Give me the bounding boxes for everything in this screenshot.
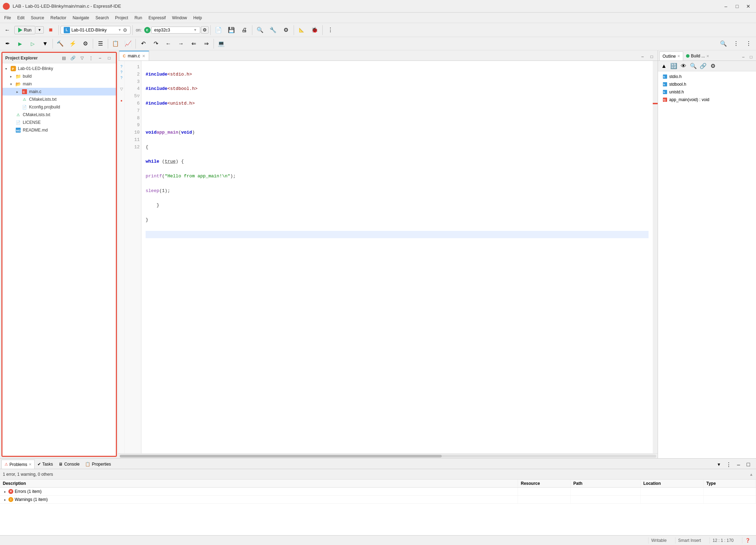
editor-bottom-scroll[interactable] [118,453,658,458]
build-tab-close[interactable]: ✕ [706,54,709,58]
menu-refactor[interactable]: Refactor [48,14,69,21]
outline-tab[interactable]: Outline ✕ [659,51,683,61]
tb2-bug[interactable]: ▷ [27,38,38,49]
tb2-view1[interactable]: 📋 [110,38,121,49]
device-settings-button[interactable]: ⚙ [201,26,209,34]
warnings-row[interactable]: ▸ ! Warnings (1 item) [0,496,756,504]
menu-source[interactable]: Source [28,14,47,21]
tb2-terminal[interactable]: 💻 [215,38,227,49]
bottom-maximize-button[interactable]: □ [744,460,752,469]
maximize-button[interactable]: □ [732,2,742,10]
link-editor-button[interactable]: 🔗 [69,54,77,62]
errors-row[interactable]: ▸ ✕ Errors (1 item) [0,488,756,496]
tb2-undo[interactable]: ↶ [137,38,149,49]
filter-button[interactable]: ▽ [78,54,86,62]
stop-button[interactable]: ■ [45,24,57,36]
warnings-expand-icon[interactable]: ▸ [3,497,7,502]
problems-menu-button[interactable]: ⋮ [724,460,733,469]
tb2-settings[interactable]: ⚙ [79,38,91,49]
menu-project[interactable]: Project [112,14,131,21]
editor-minimize-button[interactable]: ‒ [639,53,646,61]
menu-run[interactable]: Run [132,14,145,21]
menu-window[interactable]: Window [169,14,190,21]
tb2-flash[interactable]: ⚡ [67,38,79,49]
tb2-nav-back2[interactable]: ⇐ [188,38,200,49]
menu-edit[interactable]: Edit [14,14,27,21]
tb2-build[interactable]: 🔨 [54,38,66,49]
minimize-panel-button[interactable]: ‒ [96,54,104,62]
maximize-panel-button[interactable]: □ [105,54,113,62]
outline-stdio[interactable]: h stdio.h [661,73,753,80]
menu-navigate[interactable]: Navigate [70,14,92,21]
bottom-minimize-button[interactable]: ‒ [734,460,743,469]
menu-file[interactable]: File [1,14,14,21]
horizontal-scrollbar[interactable] [120,455,656,458]
device-selector[interactable]: esp32c3 ▼ [151,27,200,34]
editor-scrollbar[interactable] [653,61,658,453]
errors-expand-icon[interactable]: ▸ [3,489,7,494]
menu-help[interactable]: Help [190,14,205,21]
outline-sort-btn[interactable]: 🔡 [669,62,678,71]
code-editor[interactable]: #include <stdio.h> #include <stdbool.h> … [141,61,653,453]
problems-tab-close[interactable]: ✕ [29,462,31,466]
tree-readme[interactable]: MD README.md [2,126,116,134]
tb2-more1[interactable]: ⋮ [730,38,742,49]
collapse-all-button[interactable]: ▤ [60,54,68,62]
tb2-view2[interactable]: 📈 [122,38,134,49]
project-selector[interactable]: L Lab-01-LED-Blinky ▼ ⚙ [61,26,131,34]
editor-maximize-button[interactable]: □ [648,53,656,61]
tree-build-folder[interactable]: ▸ 📁 build [2,72,116,80]
search-button[interactable]: 🔍 [254,24,266,36]
menu-search[interactable]: Search [93,14,112,21]
editor-tab-main-c[interactable]: C main.c ✕ [119,51,149,61]
tree-cmake-main[interactable]: ⚠ CMakeLists.txt [2,95,116,103]
tab-close-button[interactable]: ✕ [142,54,145,58]
tb2-search2[interactable]: 🔍 [718,38,729,49]
filter-problems-button[interactable]: ▼ [715,460,723,469]
console-tab[interactable]: 🖥 Console [56,460,82,469]
outline-settings-btn[interactable]: ⚙ [708,62,718,71]
outline-filter-btn[interactable]: 🔍 [689,62,698,71]
tb2-nav-back[interactable]: ← [162,38,174,49]
back-button[interactable]: ← [1,24,13,36]
outline-hide-btn[interactable]: 👁 [679,62,688,71]
outline-unistd[interactable]: h unistd.h [661,88,753,96]
tools-button[interactable]: 🔧 [267,24,279,36]
project-settings-button[interactable]: ⚙ [123,27,127,33]
perspective-button[interactable]: 📐 [296,24,308,36]
tb2-cursor[interactable]: ✒ [1,38,13,49]
debug-button[interactable]: 🐞 [309,24,321,36]
outline-appmain[interactable]: f() app_main(void) : void [661,96,753,104]
tb2-align[interactable]: ☰ [94,38,106,49]
tasks-tab[interactable]: ✔ Tasks [35,460,56,469]
preferences-button[interactable]: ⚙ [280,24,292,36]
tree-main-c[interactable]: ▸ C main.c [2,88,116,95]
tb2-dropdown[interactable]: ▼ [39,38,51,49]
rp-maximize[interactable]: □ [748,54,755,61]
outline-link-btn[interactable]: 🔗 [699,62,708,71]
status-help-icon[interactable]: ❓ [742,537,753,544]
toolbar-more[interactable]: ⋮ [324,24,336,36]
tree-root[interactable]: ▾ P Lab-01-LED-Blinky [2,65,116,72]
run-button[interactable]: Run [14,26,35,34]
panel-menu-button[interactable]: ⋮ [87,54,95,62]
tb2-redo[interactable]: ↷ [150,38,162,49]
build-tab[interactable]: Build ... ✕ [683,51,712,61]
new-file-button[interactable]: 📄 [212,24,224,36]
outline-stdbool[interactable]: h stdbool.h [661,80,753,88]
tree-main-folder[interactable]: ▾ 📂 main [2,80,116,88]
tb2-more2[interactable]: ⋮ [743,38,755,49]
tree-cmake-root[interactable]: ⚠ CMakeLists.txt [2,111,116,119]
sort-arrow[interactable]: ▲ [749,472,753,476]
save-button[interactable]: 💾 [225,24,237,36]
properties-tab[interactable]: 📋 Properties [82,460,114,469]
menu-espressif[interactable]: Espressif [146,14,168,21]
minimize-button[interactable]: – [721,2,731,10]
tree-license[interactable]: 📄 LICENSE [2,119,116,126]
tb2-play[interactable]: ▶ [14,38,26,49]
tb2-nav-fwd[interactable]: → [175,38,187,49]
rp-minimize[interactable]: ‒ [740,54,747,61]
outline-tab-close[interactable]: ✕ [677,54,680,58]
outline-collapse-btn[interactable]: ▲ [659,62,668,71]
tree-kconfig[interactable]: 📄 Kconfig.projbuild [2,103,116,111]
